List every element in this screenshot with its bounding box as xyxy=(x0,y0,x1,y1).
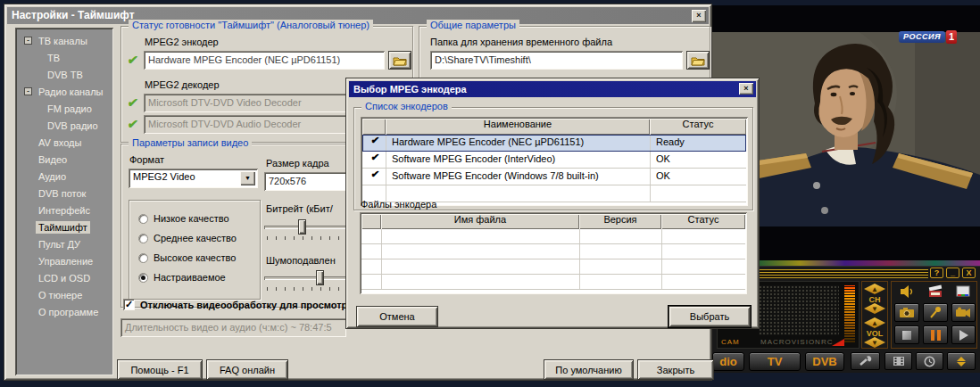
empty-cell xyxy=(361,259,381,274)
column-header[interactable]: Имя файла xyxy=(381,214,579,229)
empty-cell xyxy=(381,275,579,289)
tree-item-label: DVB радио xyxy=(45,119,101,132)
tree-item[interactable]: Управление xyxy=(15,252,113,269)
radio-button-icon[interactable] xyxy=(138,253,148,263)
tree-expand-box[interactable]: - xyxy=(24,37,32,45)
video-decoder-check-icon: ✔ xyxy=(127,95,139,110)
quality-radio-option[interactable]: Низкое качество xyxy=(138,213,229,224)
tv-mode-button[interactable]: TV xyxy=(749,352,801,371)
snapshot-button[interactable] xyxy=(894,303,919,322)
temp-folder-browse-button[interactable] xyxy=(686,51,710,70)
close-settings-button[interactable]: Закрыть xyxy=(637,359,714,380)
channel-down-button[interactable]: ▼ xyxy=(864,303,885,314)
player-minimize-button[interactable]: _ xyxy=(946,268,959,278)
noise-slider-thumb[interactable] xyxy=(316,270,324,285)
settings-close-button[interactable]: × xyxy=(692,10,706,22)
film-icon xyxy=(893,356,905,366)
stop-button[interactable] xyxy=(894,325,919,344)
folder-open-icon xyxy=(393,55,407,66)
tree-item[interactable]: Интерфейс xyxy=(15,202,113,218)
bitrate-slider[interactable] xyxy=(264,219,350,235)
radio-button-icon[interactable] xyxy=(138,273,148,283)
encoder-folder-button[interactable] xyxy=(388,51,411,70)
tree-item[interactable]: DVB поток xyxy=(15,185,113,202)
tree-item[interactable]: FM радио xyxy=(15,100,113,117)
temp-folder-input[interactable]: D:\ShareTV\Timeshift\ xyxy=(430,51,683,70)
encoder-file-row[interactable] xyxy=(361,244,745,259)
column-header[interactable]: Наименование xyxy=(386,119,650,135)
format-dropdown[interactable]: MPEG2 Video ▼ xyxy=(129,169,258,188)
encoder-file-row[interactable] xyxy=(361,229,745,244)
column-header[interactable] xyxy=(362,119,386,135)
tree-item[interactable]: LCD и OSD xyxy=(15,269,113,286)
encoder-row[interactable]: ✔Software MPEG Encoder (InterVideo)OK xyxy=(362,152,746,169)
encoder-name-cell: Software MPEG Encoder (InterVideo) xyxy=(386,152,650,168)
radio-button-icon[interactable] xyxy=(138,234,148,243)
mute-button[interactable] xyxy=(897,284,915,300)
tree-item-label: Аудио xyxy=(36,170,69,183)
scheduler-button[interactable] xyxy=(916,352,943,370)
tree-item-label: DVB поток xyxy=(36,187,88,200)
dialog-titlebar[interactable]: Выбор MPEG энкодера xyxy=(349,81,756,97)
player-help-button[interactable]: ? xyxy=(930,268,943,278)
microphone-button[interactable] xyxy=(923,303,948,322)
dvb-mode-button[interactable]: DVB xyxy=(805,352,844,371)
tree-item[interactable]: AV входы xyxy=(15,134,113,151)
tree-item[interactable]: Аудио xyxy=(15,168,113,185)
bitrate-slider-thumb[interactable] xyxy=(298,219,306,235)
settings-button[interactable] xyxy=(851,352,880,370)
column-header[interactable]: Статус xyxy=(661,214,745,229)
select-button[interactable]: Выбрать xyxy=(669,306,751,327)
camera-icon xyxy=(899,307,915,318)
tree-item[interactable]: Таймшифт xyxy=(15,218,113,235)
tree-item[interactable]: DVB ТВ xyxy=(15,66,113,83)
column-header[interactable] xyxy=(361,214,381,229)
display-button[interactable] xyxy=(954,284,972,300)
compact-mode-button[interactable] xyxy=(947,352,976,370)
faq-button[interactable]: FAQ онлайн xyxy=(206,359,288,380)
recorded-files-button[interactable] xyxy=(884,352,912,370)
tree-item-label: О программе xyxy=(36,306,101,318)
player-close-button[interactable]: X xyxy=(962,268,976,278)
clapperboard-button[interactable] xyxy=(926,284,944,300)
encoder-file-row[interactable] xyxy=(361,259,745,275)
radio-button-icon[interactable] xyxy=(138,214,148,224)
disable-processing-checkbox[interactable]: ✓ xyxy=(123,299,135,310)
help-button[interactable]: Помощь - F1 xyxy=(117,359,203,380)
tree-item[interactable]: О программе xyxy=(15,303,113,320)
quality-radio-option[interactable]: Высокое качество xyxy=(138,252,236,263)
tree-item[interactable]: О тюнере xyxy=(15,286,113,303)
tree-item[interactable]: Пульт ДУ xyxy=(15,235,113,252)
encoder-file-row[interactable] xyxy=(361,275,745,290)
encoder-status-cell: Ready xyxy=(650,135,746,151)
column-header[interactable]: Статус xyxy=(650,119,746,135)
defaults-button[interactable]: По умолчанию xyxy=(544,359,634,380)
volume-up-button[interactable]: ▲ xyxy=(864,317,885,328)
tree-item[interactable]: Видео xyxy=(15,151,113,168)
column-header[interactable]: Версия xyxy=(579,214,661,229)
tree-expand-box[interactable]: - xyxy=(24,87,32,95)
dialog-close-button[interactable]: × xyxy=(739,83,753,95)
tree-item[interactable]: DVB радио xyxy=(15,117,113,134)
volume-down-button[interactable]: ▼ xyxy=(864,337,885,348)
pause-button[interactable] xyxy=(923,325,948,344)
frame-size-input[interactable]: 720x576 xyxy=(264,172,349,191)
tree-item[interactable]: -ТВ каналы xyxy=(15,32,113,49)
record-camera-button[interactable] xyxy=(951,303,976,322)
cancel-button[interactable]: Отмена xyxy=(356,306,438,327)
quality-radio-option[interactable]: Настраиваемое xyxy=(138,272,226,283)
encoder-row[interactable]: ✔Software MPEG Encoder (Windows 7/8 buil… xyxy=(362,169,746,185)
noise-slider[interactable] xyxy=(264,270,350,286)
play-button[interactable] xyxy=(951,325,976,344)
channel-up-button[interactable]: ▲ xyxy=(864,284,885,294)
tree-item-label: Таймшифт xyxy=(36,221,90,234)
tree-item[interactable]: ТВ xyxy=(15,49,113,66)
chevron-down-icon[interactable]: ▼ xyxy=(240,171,255,185)
radio-mode-button[interactable]: dio xyxy=(712,352,744,371)
encoders-group-title: Список энкодеров xyxy=(361,101,452,111)
quality-radio-option[interactable]: Среднее качество xyxy=(138,233,237,243)
tree-item[interactable]: -Радио каналы xyxy=(15,83,113,100)
lcd-dot-matrix xyxy=(759,285,839,335)
encoder-row[interactable]: ✔Hardware MPEG Encoder (NEC µPD61151)Rea… xyxy=(362,135,746,152)
audio-decoder-check-icon: ✔ xyxy=(127,117,139,131)
